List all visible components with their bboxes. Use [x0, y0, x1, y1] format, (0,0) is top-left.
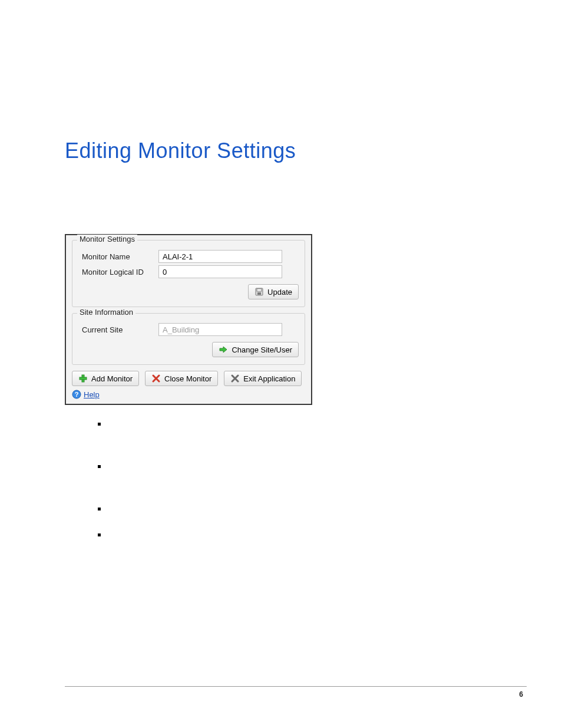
site-information-legend: Site Information: [77, 308, 135, 317]
site-information-group: Site Information Current Site Change Sit…: [72, 313, 305, 365]
svg-rect-4: [80, 377, 87, 380]
help-row: ? Help: [72, 390, 305, 399]
exit-application-button[interactable]: Exit Application: [224, 371, 302, 386]
update-button[interactable]: Update: [248, 284, 299, 299]
exit-icon: [230, 374, 240, 383]
panel-action-row: Add Monitor Close Monitor Exit Applicati…: [72, 371, 305, 386]
arrow-right-icon: [219, 345, 228, 354]
list-item: [106, 530, 497, 556]
monitor-logical-id-label: Monitor Logical ID: [78, 268, 158, 276]
help-link[interactable]: Help: [84, 390, 100, 399]
current-site-row: Current Site: [78, 323, 299, 336]
page-title: Editing Monitor Settings: [65, 0, 497, 163]
monitor-name-input[interactable]: [158, 250, 282, 263]
current-site-label: Current Site: [78, 325, 158, 334]
monitor-name-row: Monitor Name: [78, 250, 299, 263]
page-number: 6: [519, 690, 523, 699]
add-monitor-button[interactable]: Add Monitor: [72, 371, 139, 386]
svg-rect-1: [257, 289, 262, 291]
list-item: [106, 419, 497, 462]
monitor-logical-id-row: Monitor Logical ID: [78, 265, 299, 278]
close-monitor-button[interactable]: Close Monitor: [145, 371, 218, 386]
settings-panel: Monitor Settings Monitor Name Monitor Lo…: [65, 234, 312, 405]
monitor-settings-legend: Monitor Settings: [77, 235, 137, 243]
change-site-user-label: Change Site/User: [232, 345, 292, 354]
bullet-list: [82, 419, 497, 556]
plus-icon: [78, 374, 88, 383]
list-item: [106, 504, 497, 530]
change-site-user-button[interactable]: Change Site/User: [212, 342, 299, 357]
help-icon: ?: [72, 390, 81, 399]
save-icon: [254, 287, 264, 297]
monitor-logical-id-input[interactable]: [158, 265, 282, 278]
monitor-name-label: Monitor Name: [78, 252, 158, 261]
close-monitor-label: Close Monitor: [164, 374, 211, 383]
list-item: [106, 462, 497, 504]
svg-text:?: ?: [75, 391, 79, 398]
current-site-input: [158, 323, 282, 336]
update-button-label: Update: [267, 288, 292, 297]
footer-divider: [65, 686, 527, 687]
add-monitor-label: Add Monitor: [91, 374, 133, 383]
monitor-settings-group: Monitor Settings Monitor Name Monitor Lo…: [72, 240, 305, 307]
svg-rect-2: [257, 292, 261, 295]
close-icon: [151, 374, 161, 383]
exit-application-label: Exit Application: [243, 374, 295, 383]
